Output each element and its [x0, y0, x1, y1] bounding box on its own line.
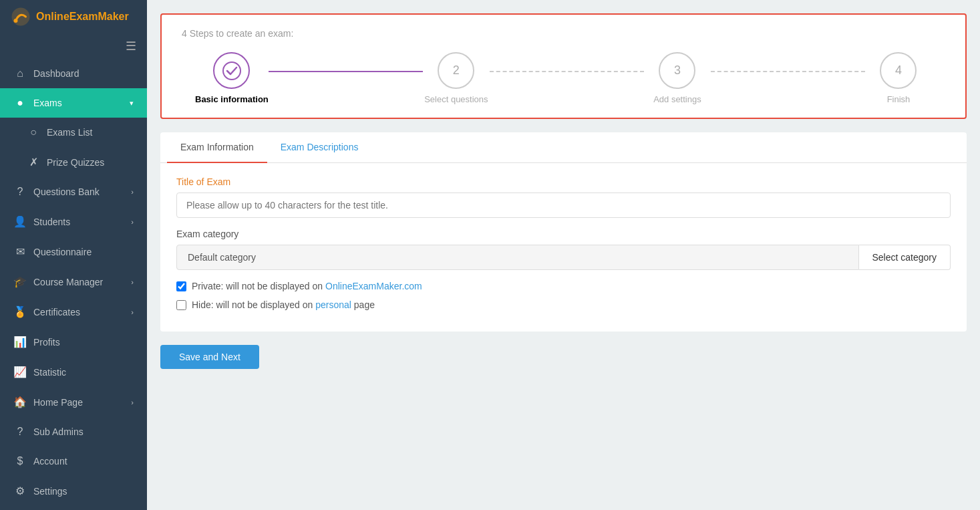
logo-text: OnlineExamMaker [36, 11, 129, 23]
sidebar-item-label: Questionnaire [33, 247, 92, 257]
hide-checkbox[interactable] [176, 300, 186, 310]
tab-exam-information[interactable]: Exam Information [167, 132, 267, 163]
step-4-num: 4 [895, 63, 902, 78]
steps-row: Basic information 2 Select questions 3 A… [182, 52, 945, 104]
sidebar-item-sub-admins[interactable]: ? Sub Admins [0, 417, 147, 447]
step-3-num: 3 [674, 63, 681, 78]
private-label: Private: will not be displayed on Online… [192, 281, 422, 291]
site-link: OnlineExamMaker.com [325, 281, 422, 291]
step-2: 2 Select questions [423, 52, 490, 104]
sidebar-item-label: Statistic [33, 367, 66, 378]
sidebar-item-certificates[interactable]: 🏅 Certificates › [0, 297, 147, 327]
sidebar-item-label: Certificates [33, 307, 80, 317]
sidebar-item-label: Sub Admins [33, 426, 84, 437]
title-label: Title of Exam [176, 176, 951, 187]
chevron-down-icon: ▾ [130, 99, 134, 108]
sidebar-item-exams[interactable]: ● Exams ▾ [0, 88, 147, 118]
sidebar-item-home-page[interactable]: 🏠 Home Page › [0, 387, 147, 417]
sidebar-item-students[interactable]: 👤 Students › [0, 207, 147, 237]
sidebar-item-label: Account [33, 456, 67, 467]
hamburger-icon[interactable]: ☰ [126, 39, 136, 53]
sidebar-item-course-manager[interactable]: 🎓 Course Manager › [0, 267, 147, 297]
logo-icon [11, 7, 31, 27]
sidebar-item-label: Course Manager [33, 277, 103, 287]
title-input[interactable] [176, 193, 951, 218]
chevron-right-icon: › [131, 398, 134, 406]
sidebar-item-account[interactable]: $ Account [0, 447, 147, 476]
chevron-right-icon: › [131, 278, 134, 286]
private-checkbox[interactable] [176, 281, 186, 291]
sidebar-item-label: Dashboard [33, 68, 79, 79]
sidebar-item-profits[interactable]: 📊 Profits [0, 327, 147, 357]
form-body: Title of Exam Exam category Default cate… [160, 163, 967, 332]
circle-icon: ○ [27, 126, 40, 138]
sidebar-item-statistic[interactable]: 📈 Statistic [0, 357, 147, 387]
hide-checkbox-row: Hide: will not be displayed on personal … [176, 299, 951, 310]
admin-icon: ? [13, 426, 27, 438]
main-content: 4 Steps to create an exam: Basic informa… [147, 0, 980, 510]
sidebar-toggle[interactable]: ☰ [0, 33, 147, 59]
step-connector-2 [490, 71, 644, 72]
sidebar-item-label: Questions Bank [33, 186, 100, 197]
svg-point-1 [14, 19, 18, 23]
step-connector-3 [711, 71, 865, 72]
stats-icon: 📈 [13, 366, 27, 378]
sidebar-item-label: Prize Quizzes [47, 157, 104, 168]
step-3-label: Add settings [653, 94, 701, 104]
category-label: Exam category [176, 229, 951, 239]
step-2-num: 2 [453, 63, 460, 78]
private-checkbox-row: Private: will not be displayed on Online… [176, 281, 951, 291]
sidebar-item-prize-quizzes[interactable]: ✗ Prize Quizzes [0, 147, 147, 177]
category-default: Default category [176, 245, 859, 270]
certificate-icon: 🏅 [13, 305, 27, 318]
sidebar-item-label: Exams List [47, 127, 92, 138]
mail-icon: ✉ [13, 245, 27, 258]
bar-chart-icon: 📊 [13, 336, 27, 348]
sidebar-item-questions-bank[interactable]: ? Questions Bank › [0, 177, 147, 207]
step-2-label: Select questions [424, 94, 488, 104]
home2-icon: 🏠 [13, 396, 27, 408]
sidebar-item-dashboard[interactable]: ⌂ Dashboard [0, 59, 147, 88]
svg-point-0 [12, 8, 30, 26]
step-1-label: Basic information [195, 94, 269, 104]
step-4: 4 Finish [865, 52, 932, 104]
step-2-circle: 2 [438, 52, 474, 89]
sidebar-item-label: Settings [33, 486, 67, 497]
sidebar-item-label: Home Page [33, 397, 83, 408]
tab-exam-descriptions[interactable]: Exam Descriptions [267, 132, 372, 163]
save-and-next-button[interactable]: Save and Next [160, 345, 259, 369]
personal-link: personal [315, 299, 351, 310]
checkmark-icon [222, 61, 241, 80]
select-category-button[interactable]: Select category [859, 245, 951, 270]
question-icon: ? [13, 186, 27, 198]
step-1: Basic information [195, 52, 269, 104]
sidebar: OnlineExamMaker ☰ ⌂ Dashboard ● Exams ▾ … [0, 0, 147, 510]
sidebar-item-settings[interactable]: ⚙ Settings [0, 476, 147, 506]
gear-icon: ⚙ [13, 485, 27, 497]
step-1-circle [213, 52, 250, 89]
sidebar-item-label: Profits [33, 337, 60, 348]
tabs-row: Exam Information Exam Descriptions [160, 132, 967, 163]
dollar-icon: $ [13, 455, 27, 467]
step-connector-1 [269, 71, 423, 72]
sidebar-item-questionnaire[interactable]: ✉ Questionnaire [0, 237, 147, 267]
svg-point-2 [223, 62, 240, 80]
sidebar-item-label: Students [33, 217, 70, 227]
sidebar-item-exams-list[interactable]: ○ Exams List [0, 118, 147, 147]
steps-title: 4 Steps to create an exam: [182, 28, 945, 39]
check-circle-icon: ● [13, 97, 27, 109]
step-3: 3 Add settings [644, 52, 711, 104]
chevron-right-icon: › [131, 308, 134, 316]
user-icon: 👤 [13, 215, 27, 228]
form-card: Exam Information Exam Descriptions Title… [160, 132, 967, 332]
steps-box: 4 Steps to create an exam: Basic informa… [160, 13, 967, 119]
sidebar-logo: OnlineExamMaker [0, 0, 147, 33]
sidebar-item-label: Exams [33, 98, 62, 108]
sidebar-nav: ⌂ Dashboard ● Exams ▾ ○ Exams List ✗ Pri… [0, 59, 147, 510]
step-4-circle: 4 [880, 52, 917, 89]
step-4-label: Finish [887, 94, 911, 104]
chevron-right-icon: › [131, 188, 134, 196]
home-icon: ⌂ [13, 68, 27, 80]
hide-label: Hide: will not be displayed on personal … [192, 299, 375, 310]
category-row: Default category Select category [176, 245, 951, 270]
